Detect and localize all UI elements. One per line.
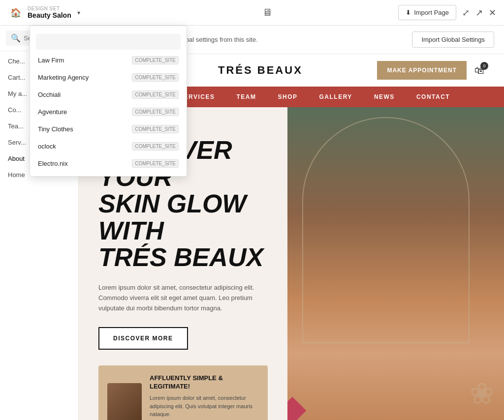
import-global-settings-button[interactable]: Import Global Settings bbox=[412, 31, 494, 48]
hero-description: Lorem ipsum dolor sit amet, consectetur … bbox=[98, 283, 268, 313]
design-set-label: DESIGN SET bbox=[28, 6, 71, 11]
promo-title: AFFLUENTLY SIMPLE & LEGITIMATE! bbox=[150, 374, 259, 391]
promo-card: AFFLUENTLY SIMPLE & LEGITIMATE! Lorem ip… bbox=[98, 365, 268, 420]
dropdown-item-name: Marketing Agency bbox=[38, 74, 89, 81]
dropdown-item-badge: COMPLETE_SITE bbox=[132, 108, 179, 116]
top-bar-left: 🏠 DESIGN SET Beauty Salon ▾ bbox=[8, 5, 136, 21]
nav-item-team[interactable]: TEAM bbox=[225, 87, 267, 107]
make-appointment-button[interactable]: MAKE APPOINTMENT bbox=[377, 61, 467, 80]
nav-item-gallery[interactable]: GALLERY bbox=[308, 87, 363, 107]
dropdown-item-badge: COMPLETE_SITE bbox=[132, 56, 179, 64]
dropdown-item-tinyclothes[interactable]: Tiny Clothes COMPLETE_SITE bbox=[30, 120, 187, 138]
import-page-button[interactable]: ⬇ Import Page bbox=[398, 5, 456, 20]
design-set-name: Beauty Salon bbox=[28, 11, 71, 19]
expand-icon[interactable]: ⤢ bbox=[462, 7, 470, 18]
dropdown-item-name: oclock bbox=[38, 143, 56, 150]
cart-badge: 0 bbox=[480, 62, 488, 70]
top-bar-center: 🖥 bbox=[142, 7, 392, 18]
hero-image: ❀ bbox=[287, 107, 504, 420]
dropdown-item-name: Law Firm bbox=[38, 57, 64, 64]
dropdown-item-name: Occhiali bbox=[38, 91, 61, 98]
dropdown-item-badge: COMPLETE_SITE bbox=[132, 125, 179, 133]
top-bar-right: ⬇ Import Page ⤢ ↗ ✕ bbox=[398, 5, 496, 20]
nav-item-contact[interactable]: CONTACT bbox=[406, 87, 461, 107]
share-icon[interactable]: ↗ bbox=[475, 7, 483, 18]
dropdown-item-badge: COMPLETE_SITE bbox=[132, 159, 179, 168]
dropdown-item-occhiali[interactable]: Occhiali COMPLETE_SITE bbox=[30, 86, 187, 103]
promo-image bbox=[107, 383, 142, 420]
discover-more-button[interactable]: DISCOVER MORE bbox=[98, 327, 188, 350]
monitor-icon[interactable]: 🖥 bbox=[262, 7, 272, 18]
dropdown-item-name: Electro.nix bbox=[38, 160, 68, 167]
top-bar: 🏠 DESIGN SET Beauty Salon ▾ 🖥 ⬇ Import P… bbox=[0, 0, 504, 26]
dropdown-item-agventure[interactable]: Agventure COMPLETE_SITE bbox=[30, 103, 187, 120]
design-set-info: DESIGN SET Beauty Salon bbox=[28, 6, 71, 19]
dropdown-item-marketing[interactable]: Marketing Agency COMPLETE_SITE bbox=[30, 69, 187, 86]
nav-item-news[interactable]: NEWS bbox=[363, 87, 406, 107]
download-icon: ⬇ bbox=[406, 9, 411, 16]
promo-text: Lorem ipsum dolor sit amet, consectetur … bbox=[150, 394, 259, 419]
close-icon[interactable]: ✕ bbox=[489, 7, 496, 18]
import-page-label: Import Page bbox=[414, 9, 449, 16]
dropdown-item-electronix[interactable]: Electro.nix COMPLETE_SITE bbox=[30, 155, 187, 172]
dropdown-search-inner[interactable] bbox=[36, 34, 181, 50]
promo-content: AFFLUENTLY SIMPLE & LEGITIMATE! Lorem ip… bbox=[150, 374, 259, 420]
site-header-right: MAKE APPOINTMENT 🛍 0 bbox=[377, 61, 484, 80]
dropdown-item-name: Agventure bbox=[38, 108, 67, 116]
home-icon[interactable]: 🏠 bbox=[8, 5, 24, 21]
dropdown-item-badge: COMPLETE_SITE bbox=[132, 73, 179, 82]
dropdown-item-lawfirm[interactable]: Law Firm COMPLETE_SITE bbox=[30, 52, 187, 69]
search-icon: 🔍 bbox=[11, 33, 21, 43]
site-logo: TRÉS BEAUX bbox=[218, 64, 303, 77]
main-content: 🔍 Che... Cart... My a... Co... Tea... Se… bbox=[0, 26, 504, 420]
cart-icon[interactable]: 🛍 0 bbox=[474, 65, 484, 76]
nav-item-shop[interactable]: SHOP bbox=[267, 87, 308, 107]
dropdown-item-badge: COMPLETE_SITE bbox=[132, 90, 179, 99]
dropdown-item-badge: COMPLETE_SITE bbox=[132, 142, 179, 150]
dropdown-search bbox=[30, 30, 187, 52]
dropdown-item-name: Tiny Clothes bbox=[38, 125, 73, 133]
site-dropdown: Law Firm COMPLETE_SITE Marketing Agency … bbox=[30, 26, 187, 177]
dropdown-item-oclock[interactable]: oclock COMPLETE_SITE bbox=[30, 138, 187, 155]
chevron-down-icon[interactable]: ▾ bbox=[77, 9, 80, 16]
